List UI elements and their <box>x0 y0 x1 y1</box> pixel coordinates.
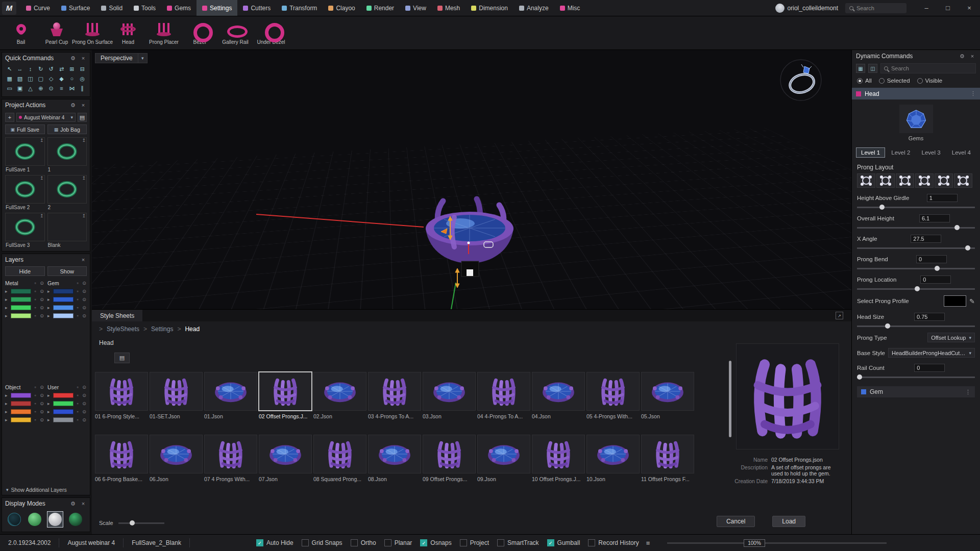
export-icon[interactable]: ↥ <box>82 213 86 218</box>
expand-arrow-icon[interactable]: ▸ <box>5 305 9 310</box>
load-button[interactable]: Load <box>772 516 805 527</box>
eye-icon[interactable]: ⊙ <box>39 305 44 310</box>
quick-command-icon[interactable]: ⊟ <box>78 65 87 73</box>
gems-preview[interactable]: Gems <box>852 99 980 143</box>
statusbar-toggle[interactable]: ✓ Record History <box>588 539 639 546</box>
parameter-value-input[interactable]: 27.5 <box>911 235 941 243</box>
style-item-image[interactable] <box>368 372 421 411</box>
expand-arrow-icon[interactable]: ▸ <box>5 401 9 406</box>
checkbox-icon[interactable]: ✓ <box>256 539 263 546</box>
level-tab[interactable]: Level 2 <box>886 147 915 158</box>
breadcrumb-item[interactable]: Head <box>177 325 200 333</box>
lock-icon[interactable]: ▫ <box>75 417 80 422</box>
quick-command-icon[interactable]: ⊕ <box>36 84 45 92</box>
quick-command-icon[interactable]: ○ <box>67 74 76 83</box>
layer-color-swatch[interactable] <box>11 409 31 414</box>
eye-icon[interactable]: ⊙ <box>82 305 87 310</box>
style-item[interactable]: 03 4-Prongs To A... <box>368 372 421 419</box>
slider-thumb[interactable] <box>879 205 885 210</box>
checkbox-icon[interactable]: ✓ <box>351 539 358 546</box>
layer-color-swatch[interactable] <box>11 289 31 294</box>
layer-color-swatch[interactable] <box>53 409 74 414</box>
layer-row[interactable]: ▸ ▫ ⊙ <box>5 399 44 408</box>
statusbar-toggle[interactable]: ✓ SmartTrack <box>497 539 539 546</box>
project-thumbnail-image[interactable]: ↥ <box>5 213 45 241</box>
style-item[interactable]: 08 Squared Prong... <box>313 435 366 482</box>
minimize-button[interactable]: – <box>916 0 937 16</box>
filter-radio[interactable]: All <box>857 78 872 84</box>
layer-color-swatch[interactable] <box>53 393 74 398</box>
style-item-image[interactable] <box>532 435 585 473</box>
menu-item[interactable]: Cutters <box>237 0 276 16</box>
checkbox-icon[interactable]: ✓ <box>497 539 504 546</box>
job-bag-button[interactable]: ▦ Job Bag <box>47 124 87 134</box>
lock-icon[interactable]: ▫ <box>33 281 38 286</box>
menu-item[interactable]: Render <box>361 0 400 16</box>
style-item[interactable]: 06 6-Prong Baske... <box>95 435 148 482</box>
parameter-value-input[interactable]: 1 <box>927 194 958 202</box>
quick-command-icon[interactable]: ▧ <box>15 74 24 83</box>
layer-row[interactable]: ▸ ▫ ⊙ <box>47 416 87 424</box>
statusbar-toggle[interactable]: ✓ Osnaps <box>420 539 451 546</box>
style-item[interactable]: 11 Offset Prongs F... <box>641 435 694 482</box>
quick-command-icon[interactable]: ◎ <box>78 74 87 83</box>
expand-arrow-icon[interactable]: ▸ <box>47 313 52 318</box>
eye-icon[interactable]: ⊙ <box>39 401 44 406</box>
statusbar-toggle[interactable]: ✓ Gumball <box>547 539 580 546</box>
display-mode-button[interactable] <box>27 511 43 528</box>
project-thumbnail[interactable]: ↥ 1 <box>47 137 87 172</box>
statusbar-toggle[interactable]: ✓ Planar <box>384 539 412 546</box>
toolbar-item[interactable]: Bezel <box>182 18 217 48</box>
hide-layers-button[interactable]: Hide <box>5 266 45 276</box>
quick-command-icon[interactable]: ∥ <box>78 84 87 92</box>
eye-icon[interactable]: ⊙ <box>39 393 44 398</box>
expand-arrow-icon[interactable]: ▸ <box>5 289 9 294</box>
zoom-slider[interactable] <box>667 542 887 544</box>
level-tab[interactable]: Level 1 <box>856 147 885 158</box>
export-icon[interactable]: ↥ <box>40 213 44 218</box>
style-item-image[interactable] <box>641 372 694 411</box>
file-text[interactable]: FullSave_2_Blank <box>124 538 190 547</box>
expand-arrow-icon[interactable]: ▸ <box>5 313 9 318</box>
project-thumbnail[interactable]: ↥ FullSave 3 <box>5 213 45 248</box>
breadcrumb-item[interactable]: Settings <box>143 325 173 333</box>
style-item-image[interactable] <box>150 372 203 411</box>
lock-icon[interactable]: ▫ <box>33 409 38 414</box>
user-account[interactable]: oriol_colleildemont <box>775 4 838 13</box>
layer-row[interactable]: ▸ ▫ ⊙ <box>47 287 87 295</box>
lock-icon[interactable]: ▫ <box>75 393 80 398</box>
menu-item[interactable]: Clayoo <box>323 0 360 16</box>
edit-profile-icon[interactable]: ✎ <box>969 297 975 305</box>
quick-command-icon[interactable]: ▢ <box>36 74 45 83</box>
eye-icon[interactable]: ⊙ <box>82 289 87 294</box>
checkbox-icon[interactable]: ✓ <box>547 539 554 546</box>
style-item[interactable]: 02.Json <box>313 372 366 419</box>
maximize-button[interactable]: □ <box>937 0 959 16</box>
slider-track[interactable] <box>857 288 975 290</box>
commands-search-input[interactable] <box>891 65 972 71</box>
quick-command-icon[interactable]: ◫ <box>26 74 35 83</box>
expand-arrow-icon[interactable]: ▸ <box>47 297 52 302</box>
open-external-icon[interactable]: ↗ <box>836 312 843 319</box>
lock-icon[interactable]: ▫ <box>33 313 38 318</box>
checkbox-icon[interactable]: ✓ <box>588 539 595 546</box>
quick-command-icon[interactable]: ↖ <box>5 65 14 73</box>
close-icon[interactable]: × <box>80 55 87 61</box>
expand-arrow-icon[interactable]: ▸ <box>47 401 52 406</box>
export-icon[interactable]: ↥ <box>40 176 44 181</box>
menu-item[interactable]: Transform <box>276 0 323 16</box>
eye-icon[interactable]: ⊙ <box>39 313 44 318</box>
layer-row[interactable]: ▸ ▫ ⊙ <box>47 391 87 399</box>
prong-layout-option[interactable] <box>896 173 914 188</box>
show-additional-layers[interactable]: ▾ Show Additional Layers <box>2 485 90 495</box>
layer-row[interactable]: ▸ ▫ ⊙ <box>5 391 44 399</box>
lock-icon[interactable]: ▫ <box>75 409 80 414</box>
menu-item[interactable]: Surface <box>56 0 95 16</box>
eye-icon[interactable]: ⊙ <box>39 281 44 286</box>
slider-thumb[interactable] <box>965 245 970 251</box>
eye-icon[interactable]: ⊙ <box>82 281 87 286</box>
quick-command-icon[interactable]: ◆ <box>57 74 66 83</box>
slider-track[interactable] <box>857 207 975 208</box>
style-item[interactable]: 07.Json <box>259 435 312 482</box>
lock-icon[interactable]: ▫ <box>33 297 38 302</box>
